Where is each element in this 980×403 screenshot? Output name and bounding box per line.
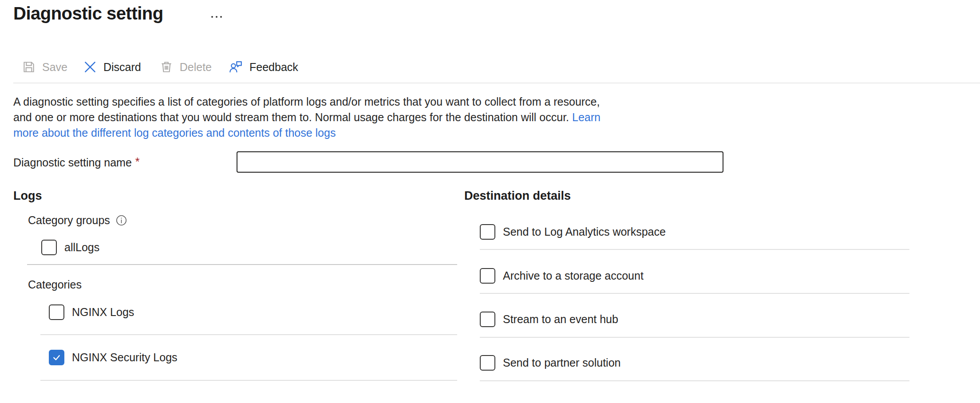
send-to-partner-label: Send to partner solution <box>503 356 620 369</box>
send-to-partner-row: Send to partner solution <box>480 354 620 371</box>
divider <box>40 334 457 335</box>
dot <box>216 16 217 18</box>
stream-to-event-hub-row: Stream to an event hub <box>480 311 618 328</box>
save-button[interactable]: Save <box>21 59 67 75</box>
save-label: Save <box>42 61 67 74</box>
divider <box>480 380 909 381</box>
feedback-label: Feedback <box>249 61 298 74</box>
alllogs-row: allLogs <box>41 239 99 256</box>
dot <box>211 16 213 18</box>
logs-section-heading: Logs <box>13 189 42 203</box>
send-to-log-analytics-label: Send to Log Analytics workspace <box>503 225 666 238</box>
archive-to-storage-row: Archive to a storage account <box>480 267 644 284</box>
alllogs-checkbox[interactable] <box>41 240 57 255</box>
discard-label: Discard <box>103 61 141 74</box>
required-asterisk: * <box>135 155 140 168</box>
stream-to-event-hub-checkbox[interactable] <box>480 312 495 327</box>
description-text: A diagnostic setting specifies a list of… <box>13 94 601 141</box>
delete-button[interactable]: Delete <box>159 59 212 75</box>
category-groups-row: Category groups <box>28 214 127 227</box>
nginx-logs-row: NGINX Logs <box>49 304 134 320</box>
nginx-security-logs-checkbox[interactable] <box>49 350 64 365</box>
feedback-button[interactable]: Feedback <box>228 59 298 75</box>
category-groups-label: Category groups <box>28 214 110 227</box>
nginx-logs-checkbox[interactable] <box>49 304 64 320</box>
stream-to-event-hub-label: Stream to an event hub <box>503 313 618 326</box>
send-to-log-analytics-row: Send to Log Analytics workspace <box>480 223 666 240</box>
trash-icon <box>159 59 174 75</box>
description-line-2: and one or more destinations that you wo… <box>13 110 601 125</box>
diagnostic-setting-name-label: Diagnostic setting name* <box>13 156 140 169</box>
diagnostic-setting-name-input[interactable] <box>237 151 723 173</box>
dot <box>220 16 222 18</box>
learn-more-link[interactable]: Learn <box>572 111 601 123</box>
divider <box>480 249 909 250</box>
categories-label: Categories <box>28 278 82 291</box>
divider <box>40 380 457 381</box>
toolbar-divider <box>13 83 980 83</box>
learn-more-link[interactable]: more about the different log categories … <box>13 126 336 139</box>
send-to-log-analytics-checkbox[interactable] <box>480 224 495 240</box>
more-options-icon[interactable] <box>211 16 222 18</box>
page-title: Diagnostic setting <box>13 4 163 24</box>
send-to-partner-checkbox[interactable] <box>480 355 495 371</box>
nginx-security-logs-label: NGINX Security Logs <box>72 351 178 364</box>
discard-x-icon <box>83 59 98 75</box>
description-line-3: more about the different log categories … <box>13 125 601 141</box>
diagnostic-setting-page: Diagnostic setting Save Discard <box>0 0 980 403</box>
feedback-person-icon <box>228 59 244 75</box>
check-icon <box>51 352 62 363</box>
divider <box>480 293 909 294</box>
divider <box>27 264 457 265</box>
save-icon <box>21 59 36 75</box>
destination-details-heading: Destination details <box>464 189 571 203</box>
delete-label: Delete <box>180 61 212 74</box>
info-icon[interactable] <box>115 214 127 226</box>
archive-to-storage-checkbox[interactable] <box>480 268 495 284</box>
alllogs-label: allLogs <box>64 241 99 254</box>
discard-button[interactable]: Discard <box>83 59 141 75</box>
command-bar: Save Discard D <box>21 57 298 77</box>
nginx-security-logs-row: NGINX Security Logs <box>49 349 178 366</box>
nginx-logs-label: NGINX Logs <box>72 306 134 319</box>
divider <box>480 337 909 338</box>
description-line-1: A diagnostic setting specifies a list of… <box>13 94 601 110</box>
archive-to-storage-label: Archive to a storage account <box>503 269 644 282</box>
